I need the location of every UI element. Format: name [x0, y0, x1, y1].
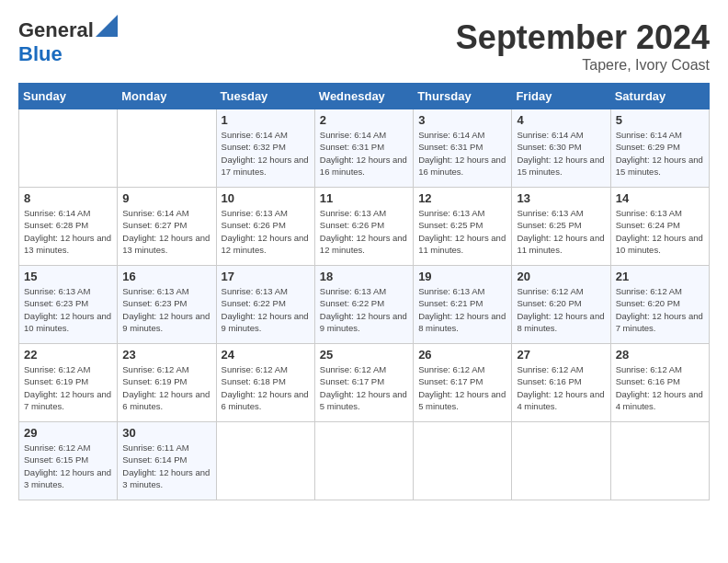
day-info: Sunrise: 6:13 AMSunset: 6:22 PMDaylight:… [222, 285, 310, 334]
calendar-cell: 26Sunrise: 6:12 AMSunset: 6:17 PMDayligh… [414, 344, 512, 422]
day-info: Sunrise: 6:12 AMSunset: 6:20 PMDaylight:… [517, 285, 605, 334]
calendar-table: SundayMondayTuesdayWednesdayThursdayFrid… [18, 83, 710, 500]
day-header-tuesday: Tuesday [216, 84, 314, 109]
day-info: Sunrise: 6:12 AMSunset: 6:16 PMDaylight:… [517, 363, 605, 412]
day-number: 25 [320, 348, 408, 362]
day-info: Sunrise: 6:14 AMSunset: 6:31 PMDaylight:… [418, 129, 506, 178]
day-header-friday: Friday [512, 84, 610, 109]
week-row-1: 1Sunrise: 6:14 AMSunset: 6:32 PMDaylight… [19, 109, 710, 188]
day-number: 16 [122, 270, 210, 283]
day-number: 1 [222, 113, 310, 127]
day-info: Sunrise: 6:13 AMSunset: 6:23 PMDaylight:… [24, 285, 112, 334]
day-number: 10 [222, 191, 310, 205]
day-number: 5 [616, 113, 704, 127]
day-info: Sunrise: 6:12 AMSunset: 6:16 PMDaylight:… [616, 363, 704, 412]
calendar-cell [414, 422, 512, 500]
day-info: Sunrise: 6:12 AMSunset: 6:17 PMDaylight:… [418, 363, 506, 412]
header: General Blue September 2024 Tapere, Ivor… [18, 18, 710, 74]
week-row-2: 8Sunrise: 6:14 AMSunset: 6:28 PMDaylight… [19, 188, 710, 266]
calendar-cell: 9Sunrise: 6:14 AMSunset: 6:27 PMDaylight… [118, 188, 216, 266]
calendar-cell [610, 422, 709, 500]
calendar-cell: 27Sunrise: 6:12 AMSunset: 6:16 PMDayligh… [512, 344, 610, 422]
day-info: Sunrise: 6:13 AMSunset: 6:25 PMDaylight:… [418, 207, 506, 256]
logo-blue: Blue [18, 42, 63, 65]
day-number: 19 [418, 270, 506, 283]
calendar-cell: 3Sunrise: 6:14 AMSunset: 6:31 PMDaylight… [414, 109, 512, 188]
day-info: Sunrise: 6:12 AMSunset: 6:15 PMDaylight:… [24, 442, 112, 490]
day-info: Sunrise: 6:13 AMSunset: 6:24 PMDaylight:… [616, 207, 704, 256]
day-number: 28 [616, 348, 704, 362]
calendar-cell [512, 422, 610, 500]
day-number: 17 [222, 270, 310, 283]
calendar-cell [19, 109, 118, 188]
day-number: 12 [418, 191, 506, 205]
title-area: September 2024 Tapere, Ivory Coast [456, 18, 710, 74]
day-number: 18 [320, 270, 408, 283]
day-number: 15 [24, 270, 112, 283]
calendar-cell: 28Sunrise: 6:12 AMSunset: 6:16 PMDayligh… [610, 344, 709, 422]
day-number: 8 [24, 191, 112, 205]
calendar-cell: 11Sunrise: 6:13 AMSunset: 6:26 PMDayligh… [314, 188, 413, 266]
week-row-3: 15Sunrise: 6:13 AMSunset: 6:23 PMDayligh… [19, 266, 710, 344]
calendar-cell: 16Sunrise: 6:13 AMSunset: 6:23 PMDayligh… [118, 266, 216, 344]
calendar-cell [314, 422, 413, 500]
calendar-cell [216, 422, 314, 500]
week-row-5: 29Sunrise: 6:12 AMSunset: 6:15 PMDayligh… [19, 422, 710, 500]
day-info: Sunrise: 6:14 AMSunset: 6:27 PMDaylight:… [122, 207, 210, 256]
day-number: 29 [24, 426, 112, 440]
day-info: Sunrise: 6:13 AMSunset: 6:22 PMDaylight:… [320, 285, 408, 334]
calendar-cell: 22Sunrise: 6:12 AMSunset: 6:19 PMDayligh… [19, 344, 118, 422]
calendar-cell [118, 109, 216, 188]
day-info: Sunrise: 6:11 AMSunset: 6:14 PMDaylight:… [122, 442, 210, 490]
calendar-cell: 15Sunrise: 6:13 AMSunset: 6:23 PMDayligh… [19, 266, 118, 344]
day-info: Sunrise: 6:14 AMSunset: 6:30 PMDaylight:… [517, 129, 605, 178]
calendar-cell: 1Sunrise: 6:14 AMSunset: 6:32 PMDaylight… [216, 109, 314, 188]
calendar-cell: 4Sunrise: 6:14 AMSunset: 6:30 PMDaylight… [512, 109, 610, 188]
calendar-cell: 8Sunrise: 6:14 AMSunset: 6:28 PMDaylight… [19, 188, 118, 266]
day-number: 20 [517, 270, 605, 283]
day-info: Sunrise: 6:14 AMSunset: 6:29 PMDaylight:… [616, 129, 704, 178]
day-info: Sunrise: 6:12 AMSunset: 6:18 PMDaylight:… [222, 363, 310, 412]
day-number: 23 [122, 348, 210, 362]
day-info: Sunrise: 6:13 AMSunset: 6:21 PMDaylight:… [418, 285, 506, 334]
day-info: Sunrise: 6:13 AMSunset: 6:26 PMDaylight:… [222, 207, 310, 256]
logo: General Blue [18, 18, 118, 66]
day-info: Sunrise: 6:13 AMSunset: 6:25 PMDaylight:… [517, 207, 605, 256]
day-header-saturday: Saturday [610, 84, 709, 109]
day-header-thursday: Thursday [414, 84, 512, 109]
day-header-monday: Monday [118, 84, 216, 109]
day-number: 30 [122, 426, 210, 440]
calendar-cell: 18Sunrise: 6:13 AMSunset: 6:22 PMDayligh… [314, 266, 413, 344]
calendar-cell: 13Sunrise: 6:13 AMSunset: 6:25 PMDayligh… [512, 188, 610, 266]
calendar-cell: 5Sunrise: 6:14 AMSunset: 6:29 PMDaylight… [610, 109, 709, 188]
day-number: 9 [122, 191, 210, 205]
day-info: Sunrise: 6:12 AMSunset: 6:17 PMDaylight:… [320, 363, 408, 412]
calendar-cell: 14Sunrise: 6:13 AMSunset: 6:24 PMDayligh… [610, 188, 709, 266]
calendar-cell: 20Sunrise: 6:12 AMSunset: 6:20 PMDayligh… [512, 266, 610, 344]
day-header-wednesday: Wednesday [314, 84, 413, 109]
month-title: September 2024 [456, 18, 710, 57]
day-number: 2 [320, 113, 408, 127]
day-number: 26 [418, 348, 506, 362]
day-number: 27 [517, 348, 605, 362]
logo-general: General [18, 18, 94, 41]
week-row-4: 22Sunrise: 6:12 AMSunset: 6:19 PMDayligh… [19, 344, 710, 422]
calendar-cell: 19Sunrise: 6:13 AMSunset: 6:21 PMDayligh… [414, 266, 512, 344]
day-info: Sunrise: 6:12 AMSunset: 6:19 PMDaylight:… [24, 363, 112, 412]
calendar-cell: 30Sunrise: 6:11 AMSunset: 6:14 PMDayligh… [118, 422, 216, 500]
logo-icon [96, 15, 118, 37]
day-info: Sunrise: 6:12 AMSunset: 6:19 PMDaylight:… [122, 363, 210, 412]
day-number: 3 [418, 113, 506, 127]
calendar-cell: 25Sunrise: 6:12 AMSunset: 6:17 PMDayligh… [314, 344, 413, 422]
header-row: SundayMondayTuesdayWednesdayThursdayFrid… [19, 84, 710, 109]
day-info: Sunrise: 6:12 AMSunset: 6:20 PMDaylight:… [616, 285, 704, 334]
day-info: Sunrise: 6:13 AMSunset: 6:23 PMDaylight:… [122, 285, 210, 334]
calendar-cell: 12Sunrise: 6:13 AMSunset: 6:25 PMDayligh… [414, 188, 512, 266]
logo-text: General Blue [18, 18, 118, 66]
day-number: 22 [24, 348, 112, 362]
calendar-cell: 29Sunrise: 6:12 AMSunset: 6:15 PMDayligh… [19, 422, 118, 500]
day-info: Sunrise: 6:13 AMSunset: 6:26 PMDaylight:… [320, 207, 408, 256]
calendar-cell: 24Sunrise: 6:12 AMSunset: 6:18 PMDayligh… [216, 344, 314, 422]
day-info: Sunrise: 6:14 AMSunset: 6:32 PMDaylight:… [222, 129, 310, 178]
day-number: 14 [616, 191, 704, 205]
